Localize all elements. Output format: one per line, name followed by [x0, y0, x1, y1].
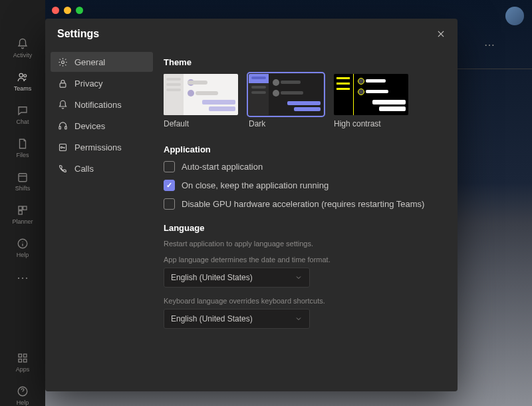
bell-icon [57, 99, 68, 110]
svg-rect-3 [19, 206, 22, 210]
checkbox-icon [164, 198, 175, 210]
svg-point-1 [24, 75, 27, 77]
rail-label: Help [17, 252, 29, 258]
svg-point-12 [61, 61, 64, 63]
svg-rect-4 [23, 206, 27, 210]
modal-title: Settings [57, 28, 99, 40]
app-language-hint: App language determines the date and tim… [164, 256, 442, 264]
rail-label: Activity [13, 52, 33, 59]
rail-label: Shifts [15, 185, 31, 192]
more-options-icon[interactable]: ⋯ [484, 39, 496, 51]
theme-label: High contrast [334, 119, 408, 128]
theme-high-contrast[interactable]: High contrast [334, 74, 408, 128]
theme-label: Dark [249, 119, 323, 128]
svg-rect-15 [65, 126, 66, 129]
svg-point-0 [19, 73, 23, 77]
app-language-dropdown[interactable]: English (United States) [164, 268, 310, 288]
window-controls [52, 7, 83, 14]
theme-preview-default [164, 74, 238, 115]
planner-icon [16, 204, 29, 217]
rail-item-teams[interactable]: Teams [14, 71, 32, 92]
language-section-title: Language [164, 223, 442, 233]
close-window-button[interactable] [52, 7, 59, 14]
rail-item-shifts[interactable]: Shifts [15, 170, 31, 192]
nav-item-general[interactable]: General [51, 52, 153, 72]
rail-item-chat[interactable]: Chat [16, 104, 29, 125]
nav-label: General [74, 57, 105, 67]
chevron-down-icon [295, 274, 303, 282]
checkbox-label: Disable GPU hardware acceleration (requi… [182, 199, 424, 209]
modal-header: Settings [45, 19, 458, 49]
theme-default[interactable]: Default [164, 74, 238, 128]
rail-item-help[interactable]: Help [16, 237, 29, 258]
svg-rect-14 [59, 126, 61, 129]
nav-label: Devices [74, 121, 105, 131]
people-icon [16, 71, 29, 84]
rail-label: Planner [12, 218, 33, 225]
svg-rect-10 [23, 359, 27, 363]
nav-item-devices[interactable]: Devices [51, 116, 153, 136]
settings-content: Theme Default [158, 49, 458, 391]
info-icon [16, 237, 29, 250]
dropdown-value: English (United States) [171, 314, 253, 323]
svg-rect-7 [19, 354, 22, 357]
apps-icon [16, 351, 29, 365]
checkbox-disable-gpu[interactable]: Disable GPU hardware acceleration (requi… [164, 198, 442, 210]
nav-label: Privacy [74, 79, 103, 89]
nav-label: Permissions [74, 142, 122, 152]
language-restart-hint: Restart application to apply language se… [164, 240, 442, 248]
nav-item-notifications[interactable]: Notifications [51, 95, 153, 114]
settings-nav: General Privacy Notifications Devices Pe… [45, 49, 158, 391]
bell-icon [16, 37, 29, 51]
svg-point-17 [61, 146, 63, 148]
chevron-down-icon [295, 315, 303, 323]
svg-rect-8 [23, 354, 27, 357]
more-icon[interactable]: ⋯ [17, 270, 29, 285]
checkbox-icon [164, 180, 175, 191]
theme-preview-high-contrast [334, 74, 408, 115]
checkbox-keep-running[interactable]: On close, keep the application running [164, 180, 442, 191]
svg-rect-2 [19, 174, 27, 182]
rail-item-help-bottom[interactable]: Help [16, 385, 29, 406]
theme-section-title: Theme [164, 57, 442, 67]
close-button[interactable] [434, 27, 448, 41]
rail-item-apps[interactable]: Apps [16, 351, 30, 373]
lock-icon [57, 78, 68, 89]
checkbox-label: Auto-start application [182, 162, 263, 172]
nav-item-privacy[interactable]: Privacy [51, 73, 153, 93]
keyboard-language-hint: Keyboard language overrides keyboard sho… [164, 297, 442, 305]
checkbox-icon [164, 161, 175, 172]
nav-item-calls[interactable]: Calls [51, 158, 153, 178]
chat-icon [16, 104, 29, 117]
rail-label: Chat [16, 118, 29, 125]
rail-label: Teams [14, 85, 32, 92]
nav-label: Calls [74, 164, 94, 174]
minimize-window-button[interactable] [64, 7, 71, 14]
rail-item-planner[interactable]: Planner [12, 204, 33, 225]
theme-preview-dark [249, 74, 323, 115]
settings-modal: Settings General Privacy Notifications D… [45, 19, 458, 391]
app-rail: Activity Teams Chat Files Shifts Planner… [0, 0, 45, 406]
avatar[interactable] [505, 7, 524, 25]
checkbox-autostart[interactable]: Auto-start application [164, 161, 442, 172]
svg-rect-13 [60, 83, 66, 87]
file-icon [16, 137, 29, 150]
maximize-window-button[interactable] [76, 7, 83, 14]
theme-label: Default [164, 119, 238, 128]
nav-label: Notifications [74, 100, 122, 110]
rail-item-files[interactable]: Files [16, 137, 29, 158]
dropdown-value: English (United States) [171, 273, 253, 282]
key-icon [57, 142, 68, 152]
calendar-icon [16, 170, 29, 184]
rail-label: Files [16, 152, 29, 158]
rail-item-activity[interactable]: Activity [13, 37, 33, 59]
phone-icon [57, 163, 68, 174]
nav-item-permissions[interactable]: Permissions [51, 137, 153, 157]
rail-label: Apps [16, 366, 30, 373]
keyboard-language-dropdown[interactable]: English (United States) [164, 309, 310, 329]
theme-options: Default [164, 74, 442, 128]
rail-label: Help [17, 399, 29, 406]
checkbox-label: On close, keep the application running [182, 180, 329, 190]
theme-dark[interactable]: Dark [249, 74, 323, 128]
gear-icon [57, 57, 68, 67]
